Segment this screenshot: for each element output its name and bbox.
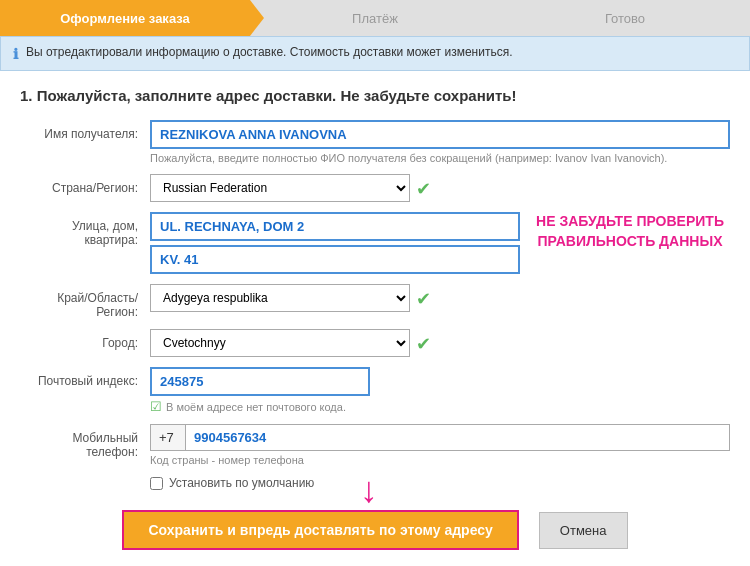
street-label: Улица, дом, квартира: [20,212,150,247]
default-checkbox-row: Установить по умолчанию [150,476,730,490]
phone-prefix: +7 [150,424,185,451]
button-row: ↓ Сохранить и впредь доставлять по этому… [20,510,730,550]
city-check-icon: ✔ [416,333,431,355]
region-row: Край/Область/Регион: Adygeya respublika … [20,284,730,319]
zip-input[interactable] [150,367,370,396]
phone-label: Мобильный телефон: [20,424,150,459]
country-check-icon: ✔ [416,178,431,200]
street-field [150,212,520,274]
phone-row: Мобильный телефон: +7 Код страны - номер… [20,424,730,466]
city-field: Cvetochnyy ✔ [150,329,730,357]
progress-step-order: Оформление заказа [0,0,250,36]
info-banner: ℹ Вы отредактировали информацию о достав… [0,36,750,71]
recipient-label: Имя получателя: [20,120,150,141]
country-field: Russian Federation ✔ [150,174,730,202]
country-label: Страна/Регион: [20,174,150,195]
region-check-icon: ✔ [416,288,431,310]
phone-input-group: +7 [150,424,730,451]
info-icon: ℹ [13,46,18,62]
recipient-field: Пожалуйста, введите полностью ФИО получа… [150,120,730,164]
save-button[interactable]: Сохранить и впредь доставлять по этому а… [122,510,518,550]
arrow-container: ↓ [360,472,378,508]
progress-step-done: Готово [500,0,750,36]
region-select[interactable]: Adygeya respublika [150,284,410,312]
cancel-button[interactable]: Отмена [539,512,628,549]
progress-bar: Оформление заказа Платёж Готово [0,0,750,36]
region-label: Край/Область/Регион: [20,284,150,319]
recipient-hint: Пожалуйста, введите полностью ФИО получа… [150,152,730,164]
zip-field: ☑ В моём адресе нет почтового кода. [150,367,730,414]
zip-row: Почтовый индекс: ☑ В моём адресе нет поч… [20,367,730,414]
progress-step-payment: Платёж [250,0,500,36]
city-label: Город: [20,329,150,350]
country-select[interactable]: Russian Federation [150,174,410,202]
phone-input[interactable] [185,424,730,451]
phone-hint: Код страны - номер телефона [150,454,730,466]
phone-field: +7 Код страны - номер телефона [150,424,730,466]
city-select[interactable]: Cvetochnyy [150,329,410,357]
street2-input[interactable] [150,245,520,274]
recipient-input[interactable] [150,120,730,149]
main-container: 1. Пожалуйста, заполните адрес доставки.… [0,71,750,566]
city-row: Город: Cvetochnyy ✔ [20,329,730,357]
arrow-down-icon: ↓ [360,472,378,508]
default-checkbox[interactable] [150,477,163,490]
section-title: 1. Пожалуйста, заполните адрес доставки.… [20,87,730,104]
recipient-row: Имя получателя: Пожалуйста, введите полн… [20,120,730,164]
country-row: Страна/Регион: Russian Federation ✔ [20,174,730,202]
zip-hint: ☑ В моём адресе нет почтового кода. [150,399,730,414]
region-field: Adygeya respublika ✔ [150,284,730,312]
street-input[interactable] [150,212,520,241]
street-row: Улица, дом, квартира: НЕ ЗАБУДЬТЕ ПРОВЕР… [20,212,730,274]
zip-hint-icon: ☑ [150,399,162,414]
default-checkbox-label: Установить по умолчанию [169,476,314,490]
zip-label: Почтовый индекс: [20,367,150,388]
side-note: НЕ ЗАБУДЬТЕ ПРОВЕРИТЬ ПРАВИЛЬНОСТЬ ДАННЫ… [530,212,730,251]
